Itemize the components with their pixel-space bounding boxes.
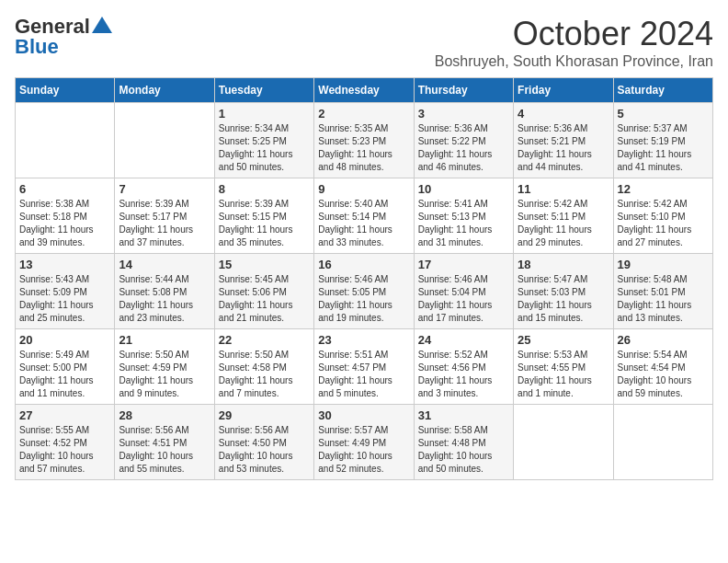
header-day-saturday: Saturday bbox=[613, 78, 712, 103]
day-number: 2 bbox=[318, 107, 409, 121]
day-number: 15 bbox=[219, 258, 310, 271]
calendar-cell: 8Sunrise: 5:39 AM Sunset: 5:15 PM Daylig… bbox=[214, 178, 313, 254]
calendar-cell bbox=[514, 405, 613, 480]
day-number: 13 bbox=[19, 258, 110, 271]
header-day-tuesday: Tuesday bbox=[214, 78, 313, 103]
calendar-cell bbox=[16, 103, 115, 178]
header-row: SundayMondayTuesdayWednesdayThursdayFrid… bbox=[16, 78, 713, 103]
calendar-cell: 9Sunrise: 5:40 AM Sunset: 5:14 PM Daylig… bbox=[314, 178, 414, 254]
day-detail: Sunrise: 5:50 AM Sunset: 4:59 PM Dayligh… bbox=[119, 349, 210, 400]
day-number: 24 bbox=[418, 333, 509, 347]
day-detail: Sunrise: 5:42 AM Sunset: 5:11 PM Dayligh… bbox=[518, 198, 609, 249]
day-detail: Sunrise: 5:56 AM Sunset: 4:50 PM Dayligh… bbox=[219, 424, 310, 476]
calendar-cell: 31Sunrise: 5:58 AM Sunset: 4:48 PM Dayli… bbox=[414, 405, 513, 480]
day-detail: Sunrise: 5:51 AM Sunset: 4:57 PM Dayligh… bbox=[318, 349, 409, 400]
calendar-cell: 12Sunrise: 5:42 AM Sunset: 5:10 PM Dayli… bbox=[613, 178, 712, 254]
header-day-sunday: Sunday bbox=[16, 78, 115, 103]
day-detail: Sunrise: 5:38 AM Sunset: 5:18 PM Dayligh… bbox=[19, 198, 110, 249]
calendar-cell: 10Sunrise: 5:41 AM Sunset: 5:13 PM Dayli… bbox=[414, 178, 513, 254]
header-day-wednesday: Wednesday bbox=[314, 78, 414, 103]
day-detail: Sunrise: 5:37 AM Sunset: 5:19 PM Dayligh… bbox=[618, 122, 709, 174]
calendar-cell: 13Sunrise: 5:43 AM Sunset: 5:09 PM Dayli… bbox=[16, 254, 115, 329]
day-detail: Sunrise: 5:34 AM Sunset: 5:25 PM Dayligh… bbox=[219, 122, 310, 174]
day-number: 17 bbox=[418, 258, 509, 271]
day-number: 12 bbox=[618, 182, 709, 196]
day-detail: Sunrise: 5:56 AM Sunset: 4:51 PM Dayligh… bbox=[119, 424, 210, 476]
day-detail: Sunrise: 5:52 AM Sunset: 4:56 PM Dayligh… bbox=[418, 349, 509, 400]
day-detail: Sunrise: 5:39 AM Sunset: 5:15 PM Dayligh… bbox=[219, 198, 310, 249]
calendar-cell: 4Sunrise: 5:36 AM Sunset: 5:21 PM Daylig… bbox=[514, 103, 613, 178]
calendar-cell: 23Sunrise: 5:51 AM Sunset: 4:57 PM Dayli… bbox=[314, 329, 414, 405]
logo-blue: Blue bbox=[15, 35, 59, 59]
day-detail: Sunrise: 5:44 AM Sunset: 5:08 PM Dayligh… bbox=[119, 273, 210, 325]
day-detail: Sunrise: 5:58 AM Sunset: 4:48 PM Dayligh… bbox=[418, 424, 509, 476]
day-number: 10 bbox=[418, 182, 509, 196]
day-detail: Sunrise: 5:50 AM Sunset: 4:58 PM Dayligh… bbox=[219, 349, 310, 400]
calendar-cell: 19Sunrise: 5:48 AM Sunset: 5:01 PM Dayli… bbox=[613, 254, 712, 329]
day-detail: Sunrise: 5:45 AM Sunset: 5:06 PM Dayligh… bbox=[219, 273, 310, 325]
calendar-cell: 25Sunrise: 5:53 AM Sunset: 4:55 PM Dayli… bbox=[514, 329, 613, 405]
calendar-cell: 3Sunrise: 5:36 AM Sunset: 5:22 PM Daylig… bbox=[414, 103, 513, 178]
logo-icon bbox=[92, 17, 112, 33]
header-day-monday: Monday bbox=[115, 78, 214, 103]
month-title: October 2024 bbox=[435, 15, 713, 53]
day-number: 5 bbox=[618, 107, 709, 121]
day-detail: Sunrise: 5:53 AM Sunset: 4:55 PM Dayligh… bbox=[518, 349, 609, 400]
calendar-cell: 22Sunrise: 5:50 AM Sunset: 4:58 PM Dayli… bbox=[214, 329, 313, 405]
svg-marker-0 bbox=[92, 17, 112, 33]
day-number: 7 bbox=[119, 182, 210, 196]
calendar-cell: 6Sunrise: 5:38 AM Sunset: 5:18 PM Daylig… bbox=[16, 178, 115, 254]
calendar-cell bbox=[613, 405, 712, 480]
day-number: 21 bbox=[119, 333, 210, 347]
day-detail: Sunrise: 5:49 AM Sunset: 5:00 PM Dayligh… bbox=[19, 349, 110, 400]
day-detail: Sunrise: 5:48 AM Sunset: 5:01 PM Dayligh… bbox=[618, 273, 709, 325]
day-number: 26 bbox=[618, 333, 709, 347]
day-number: 9 bbox=[318, 182, 409, 196]
day-number: 29 bbox=[219, 408, 310, 422]
day-number: 8 bbox=[219, 182, 310, 196]
day-number: 27 bbox=[19, 408, 110, 422]
page-header: General Blue October 2024 Boshruyeh, Sou… bbox=[15, 15, 713, 70]
calendar-cell: 24Sunrise: 5:52 AM Sunset: 4:56 PM Dayli… bbox=[414, 329, 513, 405]
day-number: 4 bbox=[518, 107, 609, 121]
day-detail: Sunrise: 5:36 AM Sunset: 5:21 PM Dayligh… bbox=[518, 122, 609, 174]
day-detail: Sunrise: 5:42 AM Sunset: 5:10 PM Dayligh… bbox=[618, 198, 709, 249]
day-number: 18 bbox=[518, 258, 609, 271]
day-number: 23 bbox=[318, 333, 409, 347]
day-number: 1 bbox=[219, 107, 310, 121]
calendar-cell: 14Sunrise: 5:44 AM Sunset: 5:08 PM Dayli… bbox=[115, 254, 214, 329]
day-number: 28 bbox=[119, 408, 210, 422]
day-detail: Sunrise: 5:55 AM Sunset: 4:52 PM Dayligh… bbox=[19, 424, 110, 476]
day-number: 3 bbox=[418, 107, 509, 121]
day-number: 31 bbox=[418, 408, 509, 422]
day-detail: Sunrise: 5:39 AM Sunset: 5:17 PM Dayligh… bbox=[119, 198, 210, 249]
calendar-cell: 1Sunrise: 5:34 AM Sunset: 5:25 PM Daylig… bbox=[214, 103, 313, 178]
calendar-cell: 27Sunrise: 5:55 AM Sunset: 4:52 PM Dayli… bbox=[16, 405, 115, 480]
calendar-cell: 30Sunrise: 5:57 AM Sunset: 4:49 PM Dayli… bbox=[314, 405, 414, 480]
calendar-body: 1Sunrise: 5:34 AM Sunset: 5:25 PM Daylig… bbox=[16, 103, 713, 480]
day-detail: Sunrise: 5:57 AM Sunset: 4:49 PM Dayligh… bbox=[318, 424, 409, 476]
title-block: October 2024 Boshruyeh, South Khorasan P… bbox=[435, 15, 713, 70]
calendar-cell: 2Sunrise: 5:35 AM Sunset: 5:23 PM Daylig… bbox=[314, 103, 414, 178]
day-number: 11 bbox=[518, 182, 609, 196]
calendar-cell: 21Sunrise: 5:50 AM Sunset: 4:59 PM Dayli… bbox=[115, 329, 214, 405]
header-day-thursday: Thursday bbox=[414, 78, 513, 103]
week-row-2: 6Sunrise: 5:38 AM Sunset: 5:18 PM Daylig… bbox=[16, 178, 713, 254]
calendar-cell: 16Sunrise: 5:46 AM Sunset: 5:05 PM Dayli… bbox=[314, 254, 414, 329]
calendar-cell: 28Sunrise: 5:56 AM Sunset: 4:51 PM Dayli… bbox=[115, 405, 214, 480]
week-row-1: 1Sunrise: 5:34 AM Sunset: 5:25 PM Daylig… bbox=[16, 103, 713, 178]
logo: General Blue bbox=[15, 15, 112, 59]
calendar-cell: 29Sunrise: 5:56 AM Sunset: 4:50 PM Dayli… bbox=[214, 405, 313, 480]
header-day-friday: Friday bbox=[514, 78, 613, 103]
calendar-cell: 5Sunrise: 5:37 AM Sunset: 5:19 PM Daylig… bbox=[613, 103, 712, 178]
day-number: 25 bbox=[518, 333, 609, 347]
calendar-cell: 7Sunrise: 5:39 AM Sunset: 5:17 PM Daylig… bbox=[115, 178, 214, 254]
day-number: 19 bbox=[618, 258, 709, 271]
day-detail: Sunrise: 5:47 AM Sunset: 5:03 PM Dayligh… bbox=[518, 273, 609, 325]
day-detail: Sunrise: 5:40 AM Sunset: 5:14 PM Dayligh… bbox=[318, 198, 409, 249]
day-detail: Sunrise: 5:35 AM Sunset: 5:23 PM Dayligh… bbox=[318, 122, 409, 174]
day-number: 6 bbox=[19, 182, 110, 196]
day-number: 22 bbox=[219, 333, 310, 347]
calendar-cell: 17Sunrise: 5:46 AM Sunset: 5:04 PM Dayli… bbox=[414, 254, 513, 329]
calendar-cell bbox=[115, 103, 214, 178]
